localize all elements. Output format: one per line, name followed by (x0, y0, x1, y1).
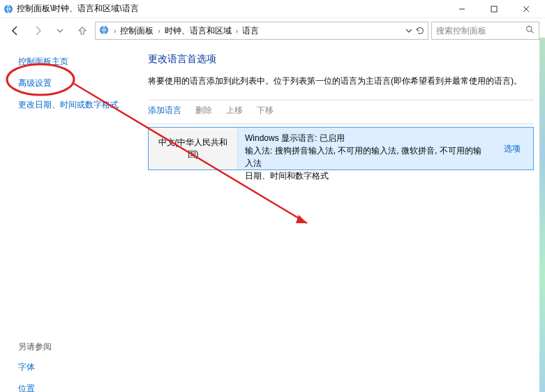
chevron-right-icon: › (236, 27, 238, 35)
language-toolbar: 添加语言 删除 上移 下移 (148, 100, 534, 124)
refresh-icon[interactable] (415, 26, 425, 36)
sidebar: 控制面板主页 高级设置 更改日期、时间或数字格式 另请参阅 字体 位置 (0, 43, 134, 392)
search-input[interactable]: 搜索控制面板 (431, 22, 539, 40)
page-description: 将要使用的语言添加到此列表中。位于列表第一位的语言为主语言(即你希望看到并最常使… (148, 75, 534, 87)
svg-line-7 (531, 31, 533, 33)
up-button[interactable] (73, 21, 92, 40)
recent-locations-button[interactable] (50, 21, 70, 40)
globe-icon (98, 24, 110, 38)
breadcrumb-leaf[interactable]: 语言 (242, 25, 259, 37)
back-button[interactable] (6, 21, 25, 40)
search-placeholder: 搜索控制面板 (436, 25, 521, 37)
titlebar: 控制面板\时钟、语言和区域\语言 (0, 0, 545, 18)
language-name: 中文(中华人民共和国) (149, 128, 238, 169)
chevron-right-icon: › (114, 27, 116, 35)
language-display-line: Windows 显示语言: 已启用 (245, 132, 484, 144)
search-icon[interactable] (525, 25, 535, 36)
move-up-button[interactable]: 上移 (226, 105, 243, 116)
language-details: Windows 显示语言: 已启用 输入法: 搜狗拼音输入法, 不可用的输入法,… (238, 128, 491, 169)
decorative-edge (539, 38, 545, 392)
sidebar-fonts-link[interactable]: 字体 (18, 361, 134, 373)
svg-point-6 (527, 27, 532, 31)
main-panel: 更改语言首选项 将要使用的语言添加到此列表中。位于列表第一位的语言为主语言(即你… (134, 43, 545, 392)
nav-bar: › 控制面板 › 时钟、语言和区域 › 语言 搜索控制面板 (0, 18, 545, 43)
see-also-label: 另请参阅 (18, 341, 134, 353)
maximize-button[interactable] (478, 0, 510, 18)
window-controls (446, 0, 542, 18)
chevron-right-icon: › (158, 27, 160, 35)
address-dropdown[interactable] (405, 26, 425, 36)
close-button[interactable] (510, 0, 542, 18)
sidebar-advanced-link[interactable]: 高级设置 (18, 77, 134, 89)
body: 控制面板主页 高级设置 更改日期、时间或数字格式 另请参阅 字体 位置 更改语言… (0, 43, 545, 392)
language-item-selected[interactable]: 中文(中华人民共和国) Windows 显示语言: 已启用 输入法: 搜狗拼音输… (148, 127, 534, 170)
minimize-button[interactable] (446, 0, 478, 18)
breadcrumb-root[interactable]: 控制面板 (120, 25, 154, 37)
address-bar[interactable]: › 控制面板 › 时钟、语言和区域 › 语言 (95, 22, 428, 40)
window-title: 控制面板\时钟、语言和区域\语言 (17, 3, 446, 15)
language-options-link[interactable]: 选项 (504, 143, 521, 155)
language-datefmt-line: 日期、时间和数字格式 (245, 169, 484, 182)
language-options: 选项 (491, 128, 533, 169)
sidebar-location-link[interactable]: 位置 (18, 383, 134, 392)
add-language-button[interactable]: 添加语言 (148, 105, 181, 116)
page-title: 更改语言首选项 (148, 53, 534, 66)
breadcrumb-mid[interactable]: 时钟、语言和区域 (165, 25, 232, 37)
app-icon (3, 3, 14, 15)
remove-language-button[interactable]: 删除 (195, 105, 212, 116)
forward-button[interactable] (28, 21, 47, 40)
language-ime-line: 输入法: 搜狗拼音输入法, 不可用的输入法, 微软拼音, 不可用的输入法 (245, 144, 484, 169)
sidebar-dateformat-link[interactable]: 更改日期、时间或数字格式 (18, 99, 134, 111)
move-down-button[interactable]: 下移 (257, 105, 274, 116)
svg-rect-2 (491, 6, 497, 12)
sidebar-home-link[interactable]: 控制面板主页 (18, 56, 134, 68)
